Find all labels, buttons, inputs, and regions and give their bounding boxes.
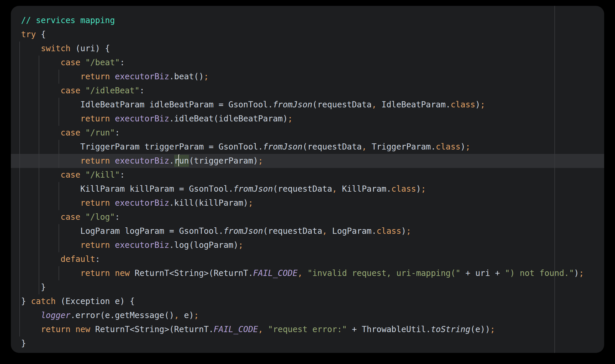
code-token: ) bbox=[574, 268, 579, 278]
code-token: : bbox=[115, 128, 120, 138]
code-token: fromJson bbox=[273, 100, 312, 109]
code-line-15[interactable]: case "/log": bbox=[21, 210, 604, 224]
code-line-6[interactable]: case "/idleBeat": bbox=[21, 84, 604, 98]
code-line-24[interactable]: } bbox=[21, 336, 604, 351]
code-token bbox=[21, 226, 80, 236]
code-line-10[interactable]: TriggerParam triggerParam = GsonTool.fro… bbox=[21, 140, 604, 154]
code-token: + uri + bbox=[460, 268, 505, 278]
code-token: case bbox=[61, 86, 80, 95]
code-line-11[interactable]: return executorBiz.run(triggerParam); bbox=[21, 154, 604, 168]
code-token: ) bbox=[401, 226, 406, 236]
code-token bbox=[21, 254, 61, 264]
code-token: ) bbox=[460, 142, 465, 152]
code-token: return bbox=[80, 114, 110, 123]
code-token bbox=[21, 128, 61, 138]
code-token: return bbox=[80, 156, 110, 166]
code-token: TriggerParam triggerParam = GsonTool. bbox=[80, 142, 263, 152]
code-token: + ThrowableUtil. bbox=[347, 324, 431, 334]
code-token bbox=[21, 58, 61, 67]
code-token: class bbox=[436, 142, 460, 152]
code-line-2[interactable]: try { bbox=[21, 28, 604, 42]
code-token: switch bbox=[41, 44, 70, 53]
code-line-9[interactable]: case "/run": bbox=[21, 126, 604, 140]
code-token: "/beat" bbox=[85, 58, 120, 67]
code-token: ") not found." bbox=[505, 268, 574, 278]
code-token: new bbox=[115, 268, 130, 278]
code-token bbox=[21, 198, 80, 208]
code-line-23[interactable]: return new ReturnT<String>(ReturnT.FAIL_… bbox=[21, 322, 604, 336]
code-token bbox=[110, 268, 115, 278]
code-token: e) bbox=[179, 310, 194, 320]
code-token: ; bbox=[258, 156, 263, 166]
code-token: class bbox=[377, 226, 401, 236]
code-token: , bbox=[322, 226, 327, 236]
word-occurrence-highlight: un bbox=[179, 155, 189, 167]
code-line-21[interactable]: } catch (Exception e) { bbox=[21, 294, 604, 308]
code-token: LogParam logParam = GsonTool. bbox=[80, 226, 223, 236]
code-token: ; bbox=[421, 184, 426, 194]
code-token: "request error:" bbox=[268, 324, 347, 334]
code-line-1[interactable]: // services mapping bbox=[21, 13, 604, 28]
code-line-5[interactable]: return executorBiz.beat(); bbox=[21, 70, 604, 84]
code-line-8[interactable]: return executorBiz.idleBeat(idleBeatPara… bbox=[21, 112, 604, 126]
code-token bbox=[21, 142, 80, 152]
code-token: ReturnT<String>(ReturnT. bbox=[130, 268, 253, 278]
code-token: "/run" bbox=[85, 128, 115, 138]
code-token bbox=[21, 86, 61, 95]
code-token: .kill(killParam) bbox=[169, 198, 248, 208]
code-token: LogParam. bbox=[327, 226, 377, 236]
code-line-18[interactable]: default: bbox=[21, 252, 604, 266]
code-token bbox=[21, 268, 80, 278]
code-token bbox=[21, 310, 41, 320]
code-token: "/kill" bbox=[85, 170, 120, 180]
code-token: : bbox=[120, 170, 125, 180]
code-token: ; bbox=[465, 142, 470, 152]
code-token: ; bbox=[248, 198, 253, 208]
code-line-19[interactable]: return new ReturnT<String>(ReturnT.FAIL_… bbox=[21, 266, 604, 280]
code-token: case bbox=[61, 58, 80, 67]
code-token: : bbox=[120, 58, 125, 67]
code-token: ; bbox=[194, 310, 199, 320]
code-token: ; bbox=[579, 268, 584, 278]
code-token: . bbox=[169, 156, 174, 166]
code-token: return bbox=[80, 72, 110, 81]
code-token: , bbox=[298, 268, 303, 278]
code-token: new bbox=[75, 324, 90, 334]
code-line-16[interactable]: LogParam logParam = GsonTool.fromJson(re… bbox=[21, 224, 604, 238]
code-token bbox=[80, 128, 85, 138]
code-token: fromJson bbox=[233, 184, 273, 194]
code-line-20[interactable]: } bbox=[21, 280, 604, 294]
code-area[interactable]: // services mappingtry { switch (uri) { … bbox=[11, 6, 604, 353]
code-token: ; bbox=[480, 100, 485, 109]
code-token: class bbox=[391, 184, 416, 194]
code-token bbox=[21, 114, 80, 123]
code-token: .beat() bbox=[169, 72, 204, 81]
code-token: KillParam killParam = GsonTool. bbox=[80, 184, 233, 194]
code-line-4[interactable]: case "/beat": bbox=[21, 56, 604, 70]
code-token: catch bbox=[31, 296, 56, 306]
code-token: ; bbox=[490, 324, 495, 334]
code-line-12[interactable]: case "/kill": bbox=[21, 168, 604, 182]
code-token bbox=[80, 170, 85, 180]
code-line-7[interactable]: IdleBeatParam idleBeatParam = GsonTool.f… bbox=[21, 98, 604, 112]
code-token: ) bbox=[475, 100, 480, 109]
code-token bbox=[21, 170, 61, 180]
code-line-13[interactable]: KillParam killParam = GsonTool.fromJson(… bbox=[21, 182, 604, 196]
code-token: class bbox=[451, 100, 475, 109]
code-token bbox=[80, 212, 85, 222]
code-line-14[interactable]: return executorBiz.kill(killParam); bbox=[21, 196, 604, 210]
code-line-17[interactable]: return executorBiz.log(logParam); bbox=[21, 238, 604, 252]
code-token: .idleBeat(idleBeatParam) bbox=[169, 114, 288, 123]
code-editor-panel[interactable]: // services mappingtry { switch (uri) { … bbox=[11, 6, 604, 353]
code-token: return bbox=[80, 268, 110, 278]
code-token: ReturnT<String>(ReturnT. bbox=[90, 324, 213, 334]
code-token: .log(logParam) bbox=[169, 240, 238, 250]
code-token: fromJson bbox=[223, 226, 263, 236]
code-token bbox=[21, 324, 41, 334]
code-token: , bbox=[174, 310, 179, 320]
code-line-3[interactable]: switch (uri) { bbox=[21, 42, 604, 56]
code-token bbox=[80, 58, 85, 67]
code-token: IdleBeatParam. bbox=[377, 100, 451, 109]
code-line-22[interactable]: logger.error(e.getMessage(), e); bbox=[21, 308, 604, 322]
code-token: (Exception e) { bbox=[56, 296, 135, 306]
